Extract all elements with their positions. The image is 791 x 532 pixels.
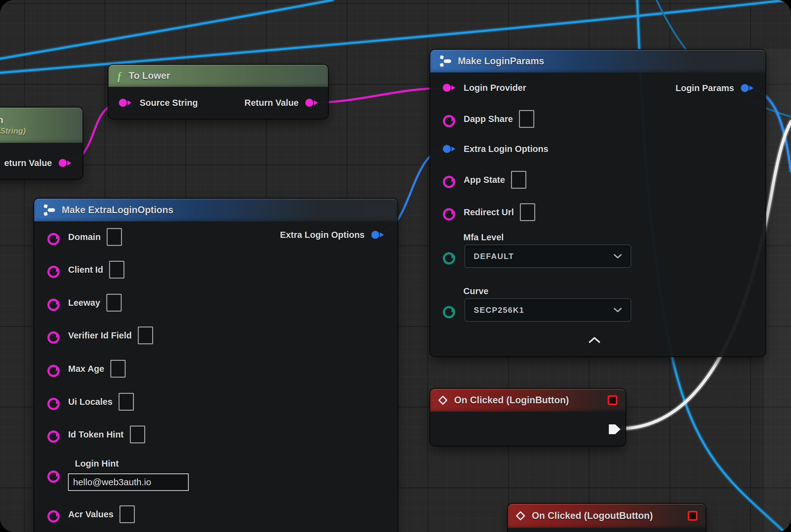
chevron-down-icon xyxy=(613,308,622,312)
extra-login-options-out-label: Extra Login Options xyxy=(280,230,365,240)
node-on-clicked-login-button[interactable]: On Clicked (LoginButton) xyxy=(430,389,625,446)
node-truncated-function-header[interactable]: tion ox (String) xyxy=(0,108,82,143)
app-state-pin[interactable] xyxy=(443,175,457,184)
ui-locales-pin-label: Ui Locales xyxy=(68,397,113,407)
return-value-pin-label: eturn Value xyxy=(4,158,52,168)
leeway-value-box[interactable] xyxy=(107,294,122,311)
curve-pin[interactable] xyxy=(443,305,457,315)
verifier-id-field-value-box[interactable] xyxy=(138,326,153,344)
mfa-level-dropdown[interactable]: DEFAULT xyxy=(465,245,631,268)
mfa-level-pin[interactable] xyxy=(443,252,457,261)
client-id-value-box[interactable] xyxy=(109,261,124,279)
verifier-id-field-pin-label: Verifier Id Field xyxy=(68,330,132,341)
redirect-url-value-box[interactable] xyxy=(520,203,535,221)
redirect-url-pin[interactable] xyxy=(443,208,457,217)
login-params-out-label: Login Params xyxy=(675,83,734,93)
acr-values-pin-label: Acr Values xyxy=(68,509,113,519)
node-title: On Clicked (LoginButton) xyxy=(454,395,569,406)
node-title: On Clicked (LogoutButton) xyxy=(532,510,653,521)
event-icon xyxy=(438,395,447,405)
id-token-hint-pin[interactable] xyxy=(47,430,61,439)
curve-dropdown[interactable]: SECP256K1 xyxy=(465,299,631,322)
verifier-id-field-pin[interactable] xyxy=(47,331,61,340)
curve-value: SECP256K1 xyxy=(474,305,613,315)
collapse-node-chevron-up-icon[interactable] xyxy=(589,337,601,343)
app-state-pin-label: App State xyxy=(464,175,505,185)
mfa-level-value: DEFAULT xyxy=(474,252,613,261)
exec-out-pin[interactable] xyxy=(609,424,620,434)
leeway-pin-label: Leeway xyxy=(68,298,100,308)
client-id-pin-label: Client Id xyxy=(68,265,103,275)
node-on-clicked-login-button-header[interactable]: On Clicked (LoginButton) xyxy=(430,389,625,412)
max-age-pin[interactable] xyxy=(47,364,61,373)
leeway-pin[interactable] xyxy=(47,298,61,307)
node-title: tion xyxy=(0,115,3,126)
login-provider-pin[interactable] xyxy=(443,83,457,92)
ui-locales-pin[interactable] xyxy=(47,397,61,406)
app-state-value-box[interactable] xyxy=(511,171,526,189)
node-to-lower[interactable]: To Lower Source String Return Value xyxy=(109,65,328,119)
function-icon xyxy=(116,69,122,83)
extra-login-options-out-pin[interactable] xyxy=(371,230,385,240)
node-title: Make LoginParams xyxy=(458,56,544,66)
return-value-pin[interactable] xyxy=(305,98,320,107)
return-value-pin-label: Return Value xyxy=(245,98,298,108)
acr-values-pin[interactable] xyxy=(47,510,61,519)
chevron-down-icon xyxy=(613,254,622,259)
redirect-url-pin-label: Redirect Url xyxy=(464,207,514,217)
acr-values-value-box[interactable] xyxy=(119,506,135,523)
node-make-login-params[interactable]: Make LoginParams Login Params Login Prov… xyxy=(430,50,765,356)
extra-login-options-pin-label: Extra Login Options xyxy=(464,144,548,154)
node-to-lower-header[interactable]: To Lower xyxy=(109,65,328,87)
node-make-extra-login-options-header[interactable]: Make ExtraLoginOptions xyxy=(34,199,397,221)
node-title: To Lower xyxy=(129,70,170,81)
id-token-hint-value-box[interactable] xyxy=(130,425,145,443)
source-string-pin[interactable] xyxy=(119,98,133,107)
ui-locales-value-box[interactable] xyxy=(119,393,134,411)
mfa-level-label: Mfa Level xyxy=(463,232,504,243)
domain-pin[interactable] xyxy=(47,232,61,242)
node-make-extra-login-options[interactable]: Make ExtraLoginOptions Extra Login Optio… xyxy=(34,199,397,532)
delegate-pin[interactable] xyxy=(607,395,617,405)
node-make-login-params-header[interactable]: Make LoginParams xyxy=(430,50,765,73)
max-age-pin-label: Max Age xyxy=(68,364,104,374)
dapp-share-value-box[interactable] xyxy=(519,110,534,128)
curve-label: Curve xyxy=(463,286,488,296)
domain-value-box[interactable] xyxy=(107,228,122,246)
node-on-clicked-logout-button-header[interactable]: On Clicked (LogoutButton) xyxy=(508,504,706,528)
domain-pin-label: Domain xyxy=(68,232,100,242)
dapp-share-pin[interactable] xyxy=(443,114,457,124)
login-provider-pin-label: Login Provider xyxy=(464,83,526,93)
extra-login-options-pin[interactable] xyxy=(443,144,457,153)
id-token-hint-pin-label: Id Token Hint xyxy=(68,430,124,440)
return-value-pin[interactable] xyxy=(59,158,73,168)
blueprint-graph-canvas[interactable]: tion ox (String) eturn Value To Lower So… xyxy=(0,0,791,532)
delegate-pin[interactable] xyxy=(688,511,697,521)
node-on-clicked-logout-button[interactable]: On Clicked (LogoutButton) xyxy=(508,504,706,532)
max-age-value-box[interactable] xyxy=(110,360,126,378)
event-icon xyxy=(516,511,525,520)
make-struct-icon xyxy=(438,55,452,67)
node-title: Make ExtraLoginOptions xyxy=(62,205,173,215)
source-string-pin-label: Source String xyxy=(140,98,198,108)
dapp-share-pin-label: Dapp Share xyxy=(464,114,513,124)
wire-to-lower-to-login-provider[interactable] xyxy=(310,88,447,103)
login-hint-input[interactable] xyxy=(68,473,189,491)
node-truncated-function[interactable]: tion ox (String) eturn Value xyxy=(0,108,82,179)
login-hint-pin[interactable] xyxy=(47,470,61,479)
make-struct-icon xyxy=(42,204,56,216)
login-params-out-pin[interactable] xyxy=(741,83,755,93)
login-hint-pin-label: Login Hint xyxy=(75,459,119,469)
client-id-pin[interactable] xyxy=(47,265,61,274)
node-subtitle: ox (String) xyxy=(0,126,26,136)
